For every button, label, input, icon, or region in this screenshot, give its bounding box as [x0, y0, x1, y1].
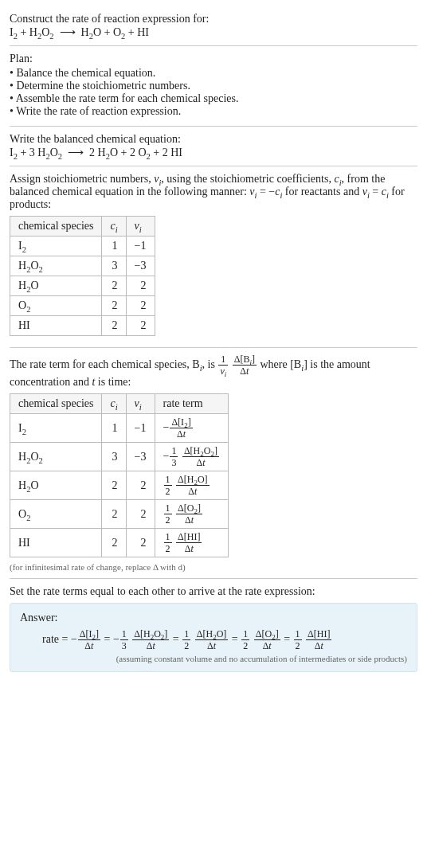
- table-row: HI 2 2: [10, 316, 155, 336]
- cell-rate: −Δ[I2]Δt: [155, 414, 228, 443]
- cell-nui: −3: [126, 256, 155, 276]
- cell-species: H2O: [10, 471, 102, 500]
- cell-rate: 12 Δ[O2]Δt: [155, 500, 228, 529]
- table-row: HI 2 2 12 Δ[HI]Δt: [10, 529, 229, 557]
- plan-item: Balance the chemical equation.: [10, 67, 417, 80]
- answer-box: Answer: rate = −Δ[I2]Δt = −13 Δ[H2O2]Δt …: [10, 603, 417, 672]
- cell-nui: 2: [126, 276, 155, 296]
- intro-section: Construct the rate of reaction expressio…: [10, 6, 417, 46]
- cell-species: H2O2: [10, 443, 102, 471]
- col-species: chemical species: [10, 217, 102, 237]
- plan-label: Plan:: [10, 53, 417, 65]
- plan-section: Plan: Balance the chemical equation. Det…: [10, 46, 417, 127]
- final-label: Set the rate terms equal to each other t…: [10, 585, 417, 598]
- cell-species: I2: [10, 237, 102, 256]
- cell-nui: 2: [126, 471, 155, 500]
- cell-species: I2: [10, 414, 102, 443]
- col-nui: νi: [126, 217, 155, 237]
- cell-species: HI: [10, 529, 102, 557]
- plan-list: Balance the chemical equation. Determine…: [10, 67, 417, 118]
- stoich-section: Assign stoichiometric numbers, νi, using…: [10, 166, 417, 348]
- cell-species: O2: [10, 296, 102, 316]
- plan-item: Write the rate of reaction expression.: [10, 105, 417, 118]
- table-row: H2O2 3 −3 −13 Δ[H2O2]Δt: [10, 443, 229, 471]
- col-nui: νi: [126, 394, 155, 414]
- cell-rate: 12 Δ[H2O]Δt: [155, 471, 228, 500]
- stoich-table: chemical species ci νi I2 1 −1 H2O2 3 −3…: [10, 216, 155, 336]
- cell-ci: 2: [102, 316, 126, 336]
- table-row: I2 1 −1 −Δ[I2]Δt: [10, 414, 229, 443]
- balanced-label: Write the balanced chemical equation:: [10, 133, 417, 146]
- cell-rate: 12 Δ[HI]Δt: [155, 529, 228, 557]
- table-row: H2O2 3 −3: [10, 256, 155, 276]
- intro-title: Construct the rate of reaction expressio…: [10, 13, 417, 25]
- answer-label: Answer:: [20, 612, 407, 624]
- table-row: I2 1 −1: [10, 237, 155, 256]
- cell-nui: 2: [126, 500, 155, 529]
- balanced-section: Write the balanced chemical equation: I2…: [10, 127, 417, 166]
- col-species: chemical species: [10, 394, 102, 414]
- cell-species: H2O2: [10, 256, 102, 276]
- plan-item: Determine the stoichiometric numbers.: [10, 80, 417, 92]
- final-section: Set the rate terms equal to each other t…: [10, 579, 417, 678]
- cell-rate: −13 Δ[H2O2]Δt: [155, 443, 228, 471]
- col-ci: ci: [102, 394, 126, 414]
- rateterm-text: The rate term for each chemical species,…: [10, 354, 417, 389]
- balanced-equation: I2 + 3 H2O2 ⟶ 2 H2O + 2 O2 + 2 HI: [10, 146, 417, 159]
- cell-nui: 2: [126, 296, 155, 316]
- cell-ci: 3: [102, 443, 126, 471]
- cell-ci: 3: [102, 256, 126, 276]
- cell-ci: 2: [102, 471, 126, 500]
- cell-ci: 1: [102, 237, 126, 256]
- cell-ci: 1: [102, 414, 126, 443]
- rateterm-note: (for infinitesimal rate of change, repla…: [10, 562, 417, 572]
- table-header-row: chemical species ci νi: [10, 217, 155, 237]
- table-row: H2O 2 2: [10, 276, 155, 296]
- rateterm-section: The rate term for each chemical species,…: [10, 348, 417, 579]
- cell-species: O2: [10, 500, 102, 529]
- table-row: O2 2 2: [10, 296, 155, 316]
- stoich-text: Assign stoichiometric numbers, νi, using…: [10, 173, 417, 211]
- answer-note: (assuming constant volume and no accumul…: [20, 654, 407, 663]
- cell-nui: −3: [126, 443, 155, 471]
- cell-species: H2O: [10, 276, 102, 296]
- cell-nui: −1: [126, 237, 155, 256]
- cell-nui: 2: [126, 529, 155, 557]
- cell-ci: 2: [102, 296, 126, 316]
- col-ci: ci: [102, 217, 126, 237]
- cell-species: HI: [10, 316, 102, 336]
- cell-nui: −1: [126, 414, 155, 443]
- table-row: H2O 2 2 12 Δ[H2O]Δt: [10, 471, 229, 500]
- cell-ci: 2: [102, 529, 126, 557]
- cell-ci: 2: [102, 276, 126, 296]
- plan-item: Assemble the rate term for each chemical…: [10, 92, 417, 105]
- table-header-row: chemical species ci νi rate term: [10, 394, 229, 414]
- rateterm-table: chemical species ci νi rate term I2 1 −1…: [10, 393, 229, 557]
- cell-ci: 2: [102, 500, 126, 529]
- intro-equation: I2 + H2O2 ⟶ H2O + O2 + HI: [10, 25, 417, 39]
- answer-expression: rate = −Δ[I2]Δt = −13 Δ[H2O2]Δt = 12 Δ[H…: [20, 629, 407, 651]
- col-rate: rate term: [155, 394, 228, 414]
- table-row: O2 2 2 12 Δ[O2]Δt: [10, 500, 229, 529]
- cell-nui: 2: [126, 316, 155, 336]
